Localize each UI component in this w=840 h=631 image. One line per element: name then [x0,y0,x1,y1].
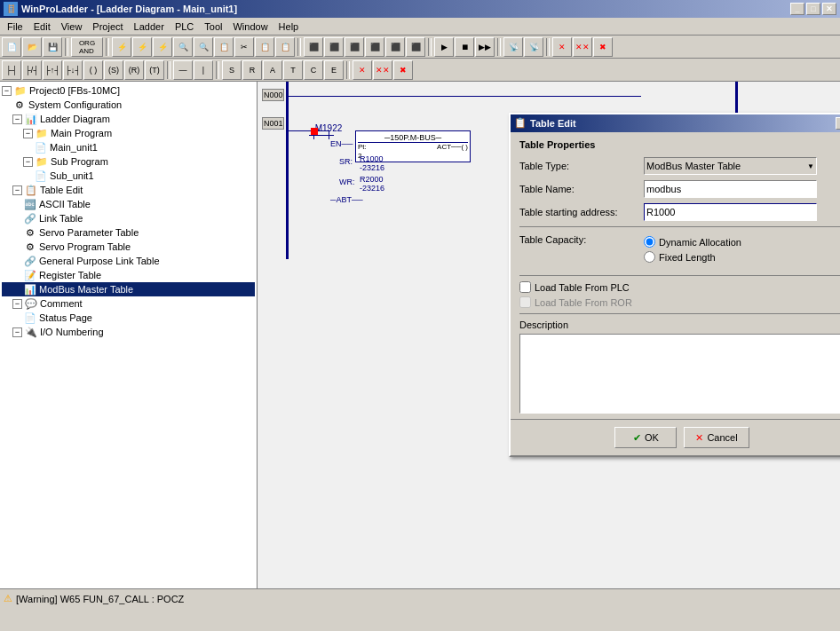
tb11[interactable]: 📋 [275,37,295,57]
tb6[interactable]: 🔍 [173,37,193,57]
tree-table-edit[interactable]: − 📋 Table Edit [2,183,255,197]
coil-tmr[interactable]: (T) [145,60,164,80]
description-textarea[interactable] [519,334,840,414]
fixed-length-radio[interactable] [644,251,655,263]
ok-button[interactable]: ✔ OK [614,427,677,448]
menu-file[interactable]: File [2,20,28,34]
tree-gp-link[interactable]: 🔗 General Purpose Link Table [2,254,255,268]
table-type-value: ModBus Master Table [646,161,741,171]
tb18[interactable]: ▶ [434,37,454,57]
h-line-btn[interactable]: — [173,60,193,80]
tree-project0[interactable]: − 📁 Project0 [FBs-10MC] [2,83,255,98]
del-func[interactable]: ✖ [393,60,413,80]
close-button[interactable]: ✕ [822,3,836,15]
contact-no[interactable]: ├┤ [2,60,21,80]
tree-sub-program[interactable]: − 📁 Sub Program [2,154,255,169]
tree-modbus[interactable]: 📊 ModBus Master Table [2,282,255,296]
tree-comment[interactable]: − 💬 Comment [2,296,255,311]
contact-neg[interactable]: ├↓┤ [63,60,83,80]
tb22[interactable]: 📡 [524,37,543,57]
expander-project0[interactable]: − [2,86,12,96]
func-a-btn[interactable]: A [263,60,282,80]
tree-register[interactable]: 📝 Register Table [2,268,255,282]
save-btn[interactable]: 💾 [43,37,62,57]
menu-edit[interactable]: Edit [28,20,56,34]
menu-window[interactable]: Window [227,20,273,34]
menu-tool[interactable]: Tool [199,20,227,34]
description-section: Description [519,313,840,415]
del-coil[interactable]: ✕ [353,60,372,80]
en-label: EN── [330,139,353,148]
tb4[interactable]: ⚡ [132,37,152,57]
menu-ladder[interactable]: Ladder [129,20,170,34]
expander-table[interactable]: − [12,185,22,195]
tree-main-unit1[interactable]: 📄 Main_unit1 [2,140,255,154]
tb8[interactable]: 📋 [214,37,234,57]
org-and-btn[interactable]: ORGAND [71,37,103,57]
tb21[interactable]: 📡 [503,37,523,57]
tb9[interactable]: ✂ [234,37,254,57]
dynamic-allocation-radio[interactable] [644,236,655,248]
expander-sub[interactable]: − [23,157,33,167]
open-btn[interactable]: 📂 [22,37,42,57]
expander-comment[interactable]: − [12,299,22,309]
tb24[interactable]: ✕✕ [573,37,592,57]
tb10[interactable]: 📋 [255,37,274,57]
func-c-btn[interactable]: C [304,60,323,80]
func-btn[interactable]: S [222,60,242,80]
contact-nc[interactable]: ├/┤ [22,60,42,80]
table-address-input[interactable] [644,203,817,221]
tree-io[interactable]: − 🔌 I/O Numbering [2,325,255,339]
dynamic-allocation-row: Dynamic Allocation [644,236,741,248]
tb13[interactable]: ⬛ [324,37,344,57]
func-e-btn[interactable]: E [324,60,344,80]
tb3[interactable]: ⚡ [112,37,131,57]
menu-help[interactable]: Help [273,20,305,34]
tree-ladder-diagram[interactable]: − 📊 Ladder Diagram [2,112,255,126]
tb7[interactable]: 🔍 [194,37,213,57]
maximize-button[interactable]: □ [806,3,820,15]
func-t-btn[interactable]: T [283,60,303,80]
tree-status[interactable]: 📄 Status Page [2,311,255,325]
tb5[interactable]: ⚡ [153,37,172,57]
tree-main-program[interactable]: − 📁 Main Program [2,126,255,140]
load-from-plc-checkbox[interactable] [519,281,531,293]
menu-view[interactable]: View [56,20,88,34]
tree-sys-config[interactable]: ⚙ System Configuration [2,98,255,112]
expander-io[interactable]: − [12,327,22,337]
dialog-close-button[interactable]: ✕ [836,117,840,130]
tb12[interactable]: ⬛ [304,37,323,57]
tb20[interactable]: ▶▶ [475,37,495,57]
cancel-button[interactable]: ✕ Cancel [684,427,749,448]
tree-servo-param[interactable]: ⚙ Servo Parameter Table [2,225,255,240]
tree-servo-prog[interactable]: ⚙ Servo Program Table [2,240,255,254]
table-name-input[interactable] [644,180,817,198]
v-line-btn[interactable]: | [194,60,213,80]
coil-out[interactable]: ( ) [83,60,103,80]
load-from-ror-checkbox[interactable] [519,296,531,308]
tb25[interactable]: ✖ [593,37,613,57]
tb23[interactable]: ✕ [552,37,572,57]
new-btn[interactable]: 📄 [2,37,21,57]
minimize-button[interactable]: _ [790,3,804,15]
coil-rst[interactable]: (R) [124,60,144,80]
expander-ladder[interactable]: − [12,114,22,124]
table-type-select[interactable]: ModBus Master Table ▼ [644,157,817,175]
menu-plc[interactable]: PLC [170,20,199,34]
coil-set[interactable]: (S) [104,60,123,80]
del-contact[interactable]: ✕✕ [373,60,392,80]
contact-pos[interactable]: ├↑┤ [43,60,62,80]
menu-project[interactable]: Project [87,20,128,34]
tb16[interactable]: ⬛ [385,37,405,57]
tb14[interactable]: ⬛ [345,37,364,57]
func-r-btn[interactable]: R [242,60,262,80]
expander-main[interactable]: − [23,129,33,138]
tb17[interactable]: ⬛ [406,37,425,57]
sub-program-label: Sub Program [51,156,108,167]
tree-link-table[interactable]: 🔗 Link Table [2,211,255,225]
description-container [519,334,840,415]
tb15[interactable]: ⬛ [365,37,384,57]
tb19[interactable]: ⏹ [455,37,474,57]
tree-sub-unit1[interactable]: 📄 Sub_unit1 [2,169,255,183]
tree-ascii-table[interactable]: 🔤 ASCII Table [2,197,255,211]
